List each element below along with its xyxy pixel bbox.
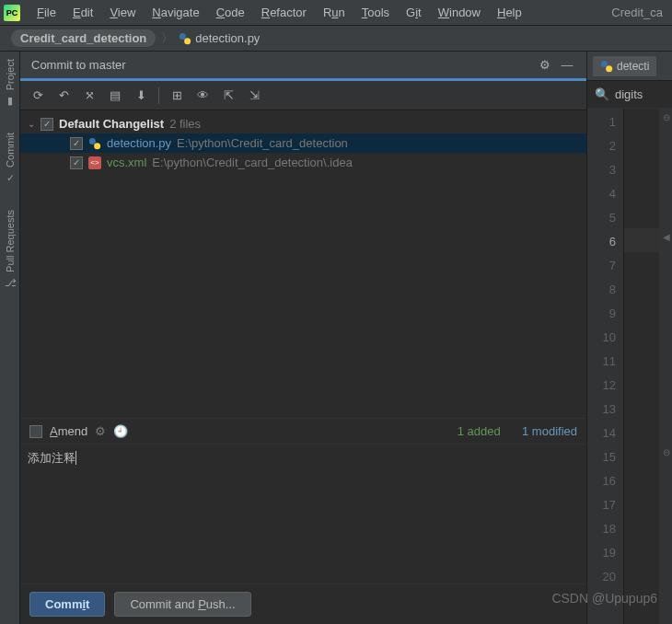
commit-panel-title: Commit to master	[31, 58, 126, 72]
line-number[interactable]: 19	[589, 541, 616, 565]
search-term: digits	[615, 87, 643, 101]
svg-point-2	[89, 137, 96, 144]
menu-window[interactable]: Window	[431, 4, 488, 21]
python-file-icon	[179, 32, 191, 45]
line-number[interactable]: 15	[589, 445, 616, 469]
line-number[interactable]: 11	[589, 350, 616, 374]
file-checkbox[interactable]: ✓	[70, 156, 83, 169]
line-number[interactable]: 3	[589, 158, 616, 182]
menu-tools[interactable]: Tools	[354, 4, 397, 21]
line-number[interactable]: 13	[589, 398, 616, 422]
amend-label[interactable]: Amend	[50, 424, 87, 438]
line-number[interactable]: 17	[589, 493, 616, 517]
breadcrumb-file[interactable]: detection.py	[179, 31, 260, 45]
minimize-icon[interactable]: —	[559, 57, 575, 74]
changed-file-row[interactable]: ✓ <> vcs.xml E:\python\Credit_card_detec…	[20, 153, 586, 172]
line-number[interactable]: 1	[589, 110, 616, 134]
menu-navigate[interactable]: Navigate	[145, 4, 206, 21]
commit-and-push-button[interactable]: Commit and Push...	[114, 592, 250, 617]
menu-refactor[interactable]: Refactor	[254, 4, 314, 21]
collapse-all-icon[interactable]: ⇲	[244, 86, 264, 106]
line-number[interactable]: 2	[589, 134, 616, 158]
menu-view[interactable]: View	[102, 4, 143, 21]
line-number[interactable]: 5	[589, 206, 616, 230]
refresh-icon[interactable]: ⟳	[28, 86, 48, 106]
line-number[interactable]: 16	[589, 469, 616, 493]
commit-icon: ✓	[4, 171, 17, 184]
line-number[interactable]: 10	[589, 326, 616, 350]
search-icon: 🔍	[595, 87, 609, 101]
group-by-icon[interactable]: ⊞	[167, 86, 187, 106]
changed-file-row[interactable]: ✓ detection.py E:\python\Credit_card_det…	[20, 133, 586, 153]
shelve-icon[interactable]: ⬇	[131, 86, 151, 106]
editor-gutter: 1234567891011121314151617181920 ⊖ ◀ ⊖	[587, 109, 672, 624]
svg-point-1	[184, 38, 191, 44]
commit-button[interactable]: Commit	[29, 592, 105, 617]
commit-panel-header: Commit to master ⚙ —	[20, 52, 586, 81]
changelist-node[interactable]: ⌄ ✓ Default Changelist 2 files	[20, 114, 586, 133]
commit-message-input[interactable]: 添加注释	[20, 444, 586, 584]
line-number[interactable]: 9	[589, 302, 616, 326]
fold-mark-icon[interactable]: ⊖	[663, 112, 670, 122]
menubar: PC File Edit View Navigate Code Refactor…	[0, 0, 672, 26]
line-number[interactable]: 7	[589, 254, 616, 278]
menu-edit[interactable]: Edit	[65, 4, 100, 21]
breadcrumb-project[interactable]: Credit_card_detection	[11, 29, 156, 47]
file-name: detection.py	[107, 136, 171, 150]
editor-tabs: detecti	[587, 52, 672, 81]
chevron-right-icon: 〉	[161, 30, 173, 47]
changelist-count: 2 files	[169, 117, 201, 131]
gear-icon[interactable]: ⚙	[537, 57, 553, 74]
python-file-icon	[88, 137, 101, 150]
rollback-icon[interactable]: ↶	[53, 86, 74, 106]
overflow-tab[interactable]: Credit_ca	[606, 4, 668, 21]
svg-point-4	[601, 60, 608, 66]
commit-message-text: 添加注释	[28, 451, 75, 465]
sidebar-tab-pull-requests[interactable]: ⎇ Pull Requests	[2, 206, 18, 293]
line-number[interactable]: 4	[589, 182, 616, 206]
menu-code[interactable]: Code	[209, 4, 252, 21]
pull-request-icon: ⎇	[4, 276, 17, 289]
breadcrumb: Credit_card_detection 〉 detection.py	[0, 26, 672, 52]
file-path: E:\python\Credit_card_detection\.idea	[152, 156, 353, 169]
editor-area: detecti 🔍 digits 12345678910111213141516…	[587, 52, 672, 624]
view-options-icon[interactable]: 👁	[192, 86, 213, 106]
editor-body[interactable]	[624, 109, 659, 624]
sidebar-tab-commit[interactable]: ✓ Commit	[2, 129, 18, 188]
commit-history-icon[interactable]: 🕘	[113, 424, 128, 438]
expand-arrow-icon: ⌄	[28, 119, 35, 129]
file-checkbox[interactable]: ✓	[70, 137, 83, 150]
editor-tab-label: detecti	[617, 60, 649, 73]
python-file-icon	[600, 60, 613, 73]
commit-toolbar: ⟳ ↶ ⤧ ▤ ⬇ ⊞ 👁 ⇱ ⇲	[20, 81, 586, 110]
amend-row: Amend ⚙ 🕘 1 added 1 modified	[20, 418, 586, 444]
menu-git[interactable]: Git	[399, 4, 429, 21]
changelist-icon[interactable]: ▤	[105, 86, 125, 106]
line-numbers: 1234567891011121314151617181920	[587, 109, 624, 624]
menu-help[interactable]: Help	[490, 4, 529, 21]
summary-added: 1 added	[458, 424, 501, 438]
svg-point-0	[180, 32, 186, 39]
line-number[interactable]: 12	[589, 374, 616, 398]
gutter-marks: ⊖ ◀ ⊖	[659, 109, 672, 624]
expand-all-icon[interactable]: ⇱	[218, 86, 238, 106]
fold-mark-icon[interactable]: ⊖	[663, 447, 670, 457]
svg-point-3	[94, 143, 100, 149]
diff-icon[interactable]: ⤧	[79, 86, 99, 106]
line-number[interactable]: 14	[589, 422, 616, 445]
file-path: E:\python\Credit_card_detection	[177, 136, 348, 150]
changelist-checkbox[interactable]: ✓	[41, 118, 53, 131]
sidebar-tab-project[interactable]: ▮ Project	[2, 55, 18, 110]
editor-tab[interactable]: detecti	[593, 56, 656, 76]
svg-point-5	[606, 65, 612, 72]
line-number[interactable]: 6	[589, 230, 616, 254]
commit-options-gear-icon[interactable]: ⚙	[95, 424, 106, 438]
line-number[interactable]: 20	[589, 565, 616, 589]
menu-run[interactable]: Run	[316, 4, 353, 21]
changelist-tree: ⌄ ✓ Default Changelist 2 files ✓ detecti…	[20, 110, 586, 176]
search-bar[interactable]: 🔍 digits	[587, 81, 672, 109]
line-number[interactable]: 18	[589, 517, 616, 541]
menu-file[interactable]: File	[29, 4, 64, 21]
amend-checkbox[interactable]	[29, 425, 42, 438]
line-number[interactable]: 8	[589, 278, 616, 302]
